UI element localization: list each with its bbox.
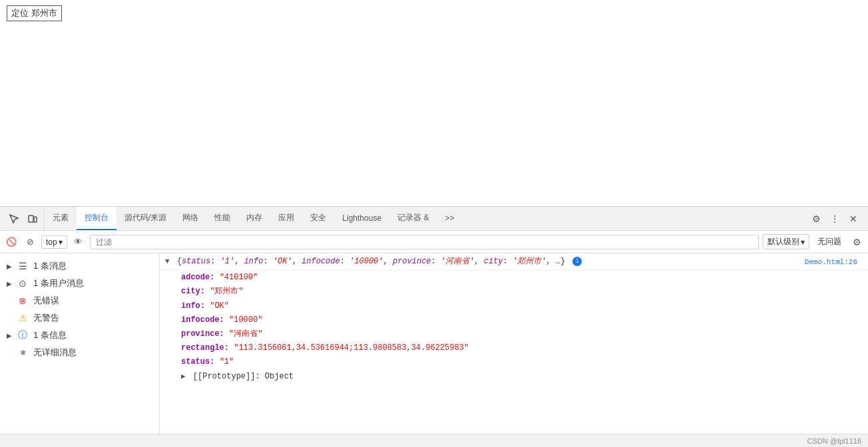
context-selector[interactable]: top ▾ <box>41 235 67 249</box>
sidebar-info-label: 1 条信息 <box>33 329 67 341</box>
tab-security[interactable]: 安全 <box>302 207 334 230</box>
location-label: 定位 <box>11 7 29 19</box>
expand-arrow-info: ▶ <box>7 332 12 339</box>
console-entry-main: Demo.html:26 ▼ {status: '1', info: 'OK',… <box>160 253 868 271</box>
settings-icon[interactable]: ⚙ <box>808 211 824 227</box>
prop-status: status: "1" <box>160 355 868 369</box>
info-tooltip-icon: i <box>572 257 582 266</box>
tab-bar: 元素 控制台 源代码/来源 网络 性能 内存 应用 安全 <box>0 207 868 231</box>
no-issues-label: 无问题 <box>813 236 845 247</box>
console-link[interactable]: Demo.html:26 <box>805 255 863 269</box>
svg-rect-1 <box>34 217 37 222</box>
level-value: 默认级别 <box>767 236 799 247</box>
verbose-icon: ✱ <box>17 347 28 358</box>
warning-icon: ⚠ <box>17 313 28 323</box>
devtools-tabs: 元素 控制台 源代码/来源 网络 性能 内存 应用 安全 <box>45 207 804 230</box>
tab-performance[interactable]: 性能 <box>206 207 238 230</box>
sidebar-item-messages[interactable]: ▶ ☰ 1 条消息 <box>0 257 159 275</box>
tab-memory[interactable]: 内存 <box>238 207 270 230</box>
close-devtools-icon[interactable]: ✕ <box>845 211 861 227</box>
context-value: top <box>46 237 57 247</box>
device-toolbar-icon[interactable] <box>25 212 40 226</box>
inspect-element-icon[interactable] <box>7 212 21 226</box>
sidebar-item-errors[interactable]: ▶ ⊗ 无错误 <box>0 292 159 309</box>
level-dropdown-icon: ▾ <box>801 237 805 247</box>
prop-city: city: "郑州市" <box>160 285 868 299</box>
sidebar-item-user-messages[interactable]: ▶ ⊙ 1 条用户消息 <box>0 275 159 292</box>
tab-network[interactable]: 网络 <box>174 207 206 230</box>
info-icon: ⓘ <box>17 330 28 341</box>
expand-arrow-messages: ▶ <box>7 263 12 270</box>
location-badge: 定位 郑州市 <box>7 5 62 21</box>
tab-more[interactable]: >> <box>437 207 462 230</box>
block-icon[interactable]: ⊘ <box>23 235 37 249</box>
console-main: ▶ ☰ 1 条消息 ▶ ⊙ 1 条用户消息 ▶ ⊗ 无错误 ▶ ⚠ 无警告 ▶ <box>0 253 868 434</box>
svg-rect-0 <box>29 216 33 222</box>
expand-arrow-user: ▶ <box>7 280 12 287</box>
tab-console[interactable]: 控制台 <box>77 207 116 230</box>
user-icon: ⊙ <box>17 278 28 289</box>
list-icon: ☰ <box>17 261 28 271</box>
console-sidebar: ▶ ☰ 1 条消息 ▶ ⊙ 1 条用户消息 ▶ ⊗ 无错误 ▶ ⚠ 无警告 ▶ <box>0 253 160 434</box>
sidebar-verbose-label: 无详细消息 <box>33 347 77 359</box>
devtools-footer: CSDN @fpl1116 <box>0 434 868 447</box>
prop-infocode: infocode: "10000" <box>160 313 868 327</box>
sidebar-item-info[interactable]: ▶ ⓘ 1 条信息 <box>0 327 159 344</box>
eye-icon[interactable]: 👁 <box>71 235 86 249</box>
error-icon: ⊗ <box>17 295 28 306</box>
prop-prototype[interactable]: ▶ [[Prototype]]: Object <box>160 370 868 384</box>
tab-recorder[interactable]: 记录器 & <box>389 207 437 230</box>
prop-adcode: adcode: "410100" <box>160 271 868 285</box>
sidebar-errors-label: 无错误 <box>33 295 59 307</box>
tab-source[interactable]: 源代码/来源 <box>116 207 174 230</box>
sidebar-item-warnings[interactable]: ▶ ⚠ 无警告 <box>0 309 159 327</box>
tab-icon-group <box>3 207 45 230</box>
location-city: 郑州市 <box>31 7 57 19</box>
console-toolbar: 🚫 ⊘ top ▾ 👁 默认级别 ▾ 无问题 ⚙ <box>0 231 868 253</box>
console-output: Demo.html:26 ▼ {status: '1', info: 'OK',… <box>160 253 868 434</box>
tab-elements[interactable]: 元素 <box>45 207 77 230</box>
context-dropdown-icon: ▾ <box>59 237 63 247</box>
tab-application[interactable]: 应用 <box>270 207 302 230</box>
expand-triangle-main[interactable]: ▼ <box>165 257 170 265</box>
tab-lighthouse[interactable]: Lighthouse <box>334 207 389 230</box>
sidebar-item-verbose[interactable]: ▶ ✱ 无详细消息 <box>0 344 159 361</box>
prop-info: info: "OK" <box>160 299 868 313</box>
prop-province: province: "河南省" <box>160 327 868 341</box>
sidebar-user-label: 1 条用户消息 <box>33 277 84 289</box>
devtools-panel: 元素 控制台 源代码/来源 网络 性能 内存 应用 安全 <box>0 206 868 447</box>
more-options-icon[interactable]: ⋮ <box>827 211 843 227</box>
prop-rectangle: rectangle: "113.3156061,34.53616944;113.… <box>160 341 868 355</box>
sidebar-messages-label: 1 条消息 <box>33 260 67 272</box>
page-content: 定位 郑州市 <box>0 0 868 206</box>
expand-triangle-prototype[interactable]: ▶ <box>181 372 186 380</box>
console-settings-icon[interactable]: ⚙ <box>849 235 864 249</box>
filter-input[interactable] <box>90 235 759 249</box>
clear-console-icon[interactable]: 🚫 <box>4 235 19 249</box>
sidebar-warnings-label: 无警告 <box>33 312 59 324</box>
level-selector[interactable]: 默认级别 ▾ <box>763 234 809 249</box>
footer-text: CSDN @fpl1116 <box>807 437 861 445</box>
tab-actions: ⚙ ⋮ ✕ <box>804 211 865 227</box>
